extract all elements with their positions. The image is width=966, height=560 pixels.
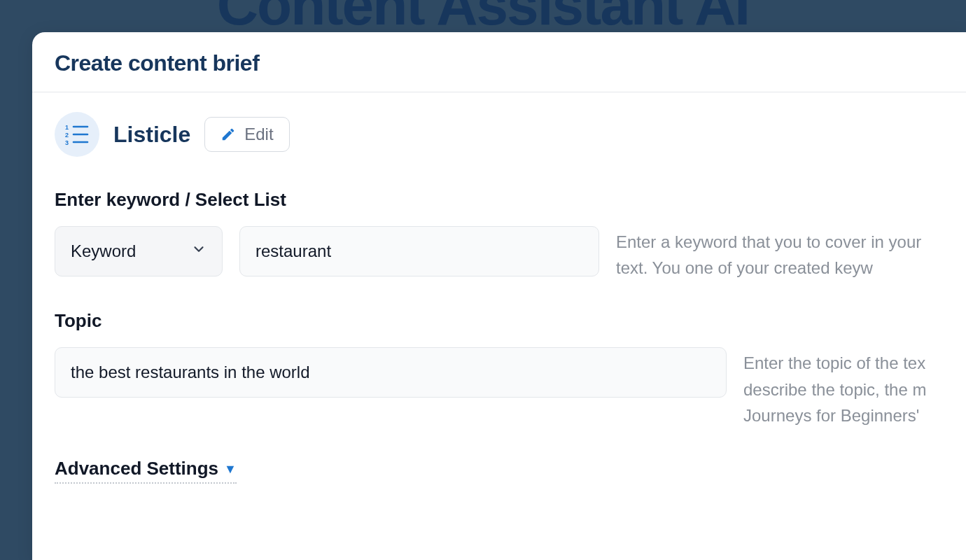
content-type-label: Listicle bbox=[113, 122, 190, 148]
topic-field-label: Topic bbox=[55, 310, 944, 332]
advanced-settings-label: Advanced Settings bbox=[55, 458, 218, 479]
keyword-section: Enter keyword / Select List Keyword Ente… bbox=[55, 189, 944, 281]
svg-text:2: 2 bbox=[65, 132, 69, 139]
edit-button-label: Edit bbox=[244, 125, 273, 144]
caret-down-icon: ▼ bbox=[224, 462, 237, 477]
list-numbered-icon: 1 2 3 bbox=[55, 112, 99, 157]
chevron-down-icon bbox=[191, 241, 206, 261]
svg-text:3: 3 bbox=[65, 139, 69, 145]
pencil-icon bbox=[220, 127, 236, 142]
keyword-help-text: Enter a keyword that you to cover in you… bbox=[616, 226, 944, 281]
svg-text:1: 1 bbox=[65, 124, 69, 131]
create-brief-panel: Create content brief 1 2 3 Listicle bbox=[32, 32, 966, 560]
topic-input[interactable] bbox=[55, 347, 727, 398]
content-type-row: 1 2 3 Listicle Edit bbox=[55, 112, 944, 157]
advanced-settings-toggle[interactable]: Advanced Settings ▼ bbox=[55, 458, 237, 484]
keyword-mode-select[interactable]: Keyword bbox=[55, 226, 223, 276]
keyword-input[interactable] bbox=[239, 226, 599, 276]
keyword-field-label: Enter keyword / Select List bbox=[55, 189, 944, 211]
edit-content-type-button[interactable]: Edit bbox=[204, 117, 289, 152]
keyword-mode-value: Keyword bbox=[71, 241, 136, 261]
panel-title: Create content brief bbox=[55, 50, 944, 76]
topic-help-text: Enter the topic of the tex describe the … bbox=[743, 347, 944, 428]
panel-body: 1 2 3 Listicle Edit Enter keyword / Sele… bbox=[32, 92, 966, 484]
topic-section: Topic Enter the topic of the tex describ… bbox=[55, 310, 944, 428]
panel-header: Create content brief bbox=[32, 32, 966, 92]
